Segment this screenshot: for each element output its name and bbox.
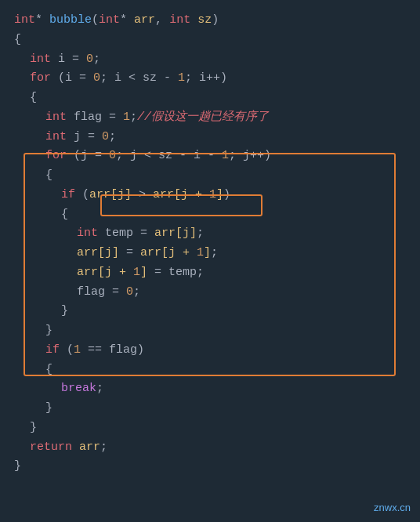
- code-token: 1: [123, 108, 130, 128]
- code-line: return arr;: [14, 438, 406, 458]
- code-token: ; j < sz - i -: [116, 147, 222, 166]
- code-token: ;: [100, 438, 107, 458]
- code-token: ; i++): [185, 69, 227, 89]
- code-token: break: [61, 379, 96, 399]
- code-token: == flag): [81, 341, 144, 361]
- code-token: (: [60, 341, 74, 361]
- code-token: ; i < sz -: [100, 69, 178, 89]
- code-token: ]: [204, 244, 211, 263]
- code-line: {: [14, 31, 406, 50]
- code-token: =: [119, 244, 140, 263]
- code-token: (: [75, 186, 89, 205]
- code-token: [190, 11, 197, 31]
- code-token: {: [14, 31, 21, 50]
- code-token: }: [14, 457, 21, 477]
- code-token: }: [30, 419, 37, 438]
- code-token: }: [45, 399, 52, 419]
- code-token: flag =: [67, 108, 123, 128]
- code-editor: int* bubble(int* arr, int sz){int i = 0;…: [0, 0, 420, 522]
- code-token: arr: [134, 11, 155, 31]
- code-block: int* bubble(int* arr, int sz){int i = 0;…: [14, 11, 406, 477]
- code-line: int temp = arr[j];: [14, 224, 406, 244]
- code-token: ;: [130, 108, 137, 128]
- code-line: if (arr[j] > arr[j + 1]): [14, 186, 406, 205]
- code-line: int i = 0;: [14, 50, 406, 70]
- code-token: ;: [197, 224, 204, 244]
- code-token: (: [92, 11, 99, 31]
- code-token: int: [45, 128, 67, 147]
- code-line: }: [14, 457, 406, 477]
- code-token: ]: [140, 263, 147, 283]
- code-line: int j = 0;: [14, 128, 406, 147]
- code-token: ,: [155, 11, 169, 31]
- code-token: for: [45, 147, 67, 166]
- code-line: }: [14, 399, 406, 419]
- code-token: arr[j +: [153, 186, 209, 205]
- code-token: int: [99, 11, 120, 31]
- code-token: {: [45, 166, 52, 186]
- code-token: sz: [197, 11, 212, 31]
- code-token: arr[j]: [154, 224, 197, 244]
- code-line: int* bubble(int* arr, int sz): [14, 11, 406, 31]
- code-token: int: [45, 108, 67, 128]
- code-token: 0: [93, 69, 100, 89]
- code-line: }: [14, 419, 406, 438]
- code-token: if: [61, 186, 75, 205]
- code-line: int flag = 1;//假设这一趟已经有序了: [14, 108, 406, 128]
- code-token: ;: [109, 128, 116, 147]
- code-line: for (j = 0; j < sz - i - 1; j++): [14, 147, 406, 166]
- code-token: arr[j]: [77, 244, 119, 263]
- code-token: = temp;: [147, 263, 204, 283]
- code-line: flag = 0;: [14, 283, 406, 303]
- code-line: for (i = 0; i < sz - 1; i++): [14, 69, 406, 89]
- code-token: *: [120, 11, 134, 31]
- code-token: arr[j +: [140, 244, 197, 263]
- code-token: arr: [79, 438, 100, 458]
- code-line: {: [14, 166, 406, 186]
- code-token: 0: [126, 283, 133, 303]
- code-token: [72, 438, 79, 458]
- code-token: ;: [96, 379, 103, 399]
- code-token: 1: [178, 69, 185, 89]
- code-token: 0: [86, 50, 93, 70]
- code-token: (j =: [67, 147, 109, 166]
- code-line: arr[j + 1] = temp;: [14, 263, 406, 283]
- code-token: {: [45, 361, 52, 380]
- code-token: 1: [133, 263, 140, 283]
- code-line: }: [14, 321, 406, 341]
- code-token: j =: [67, 128, 102, 147]
- code-line: {: [14, 89, 406, 108]
- code-token: ;: [211, 244, 218, 263]
- code-line: break;: [14, 379, 406, 399]
- code-token: ]: [216, 186, 223, 205]
- code-token: 1: [222, 147, 229, 166]
- code-token: ;: [93, 50, 100, 70]
- code-token: ): [223, 186, 230, 205]
- code-token: return: [30, 438, 72, 458]
- code-line: if (1 == flag): [14, 341, 406, 361]
- code-token: bubble: [49, 11, 92, 31]
- code-token: }: [45, 321, 52, 341]
- code-token: //假设这一趟已经有序了: [137, 108, 269, 128]
- code-token: 1: [209, 186, 216, 205]
- code-token: ; j++): [229, 147, 271, 166]
- code-token: (i =: [51, 69, 93, 89]
- code-token: int: [30, 50, 51, 70]
- code-token: *: [35, 11, 49, 31]
- code-token: int: [169, 11, 190, 31]
- code-line: {: [14, 205, 406, 225]
- code-token: {: [30, 89, 37, 108]
- code-token: 0: [109, 147, 116, 166]
- code-token: arr[j +: [77, 263, 133, 283]
- watermark: znwx.cn: [374, 499, 411, 516]
- code-token: >: [132, 186, 153, 205]
- code-token: 1: [197, 244, 204, 263]
- code-token: ;: [133, 283, 140, 303]
- code-token: 0: [102, 128, 109, 147]
- code-token: for: [30, 69, 51, 89]
- code-token: int: [77, 224, 98, 244]
- code-line: }: [14, 302, 406, 321]
- code-line: arr[j] = arr[j + 1];: [14, 244, 406, 263]
- code-token: temp =: [98, 224, 154, 244]
- code-token: i =: [51, 50, 86, 70]
